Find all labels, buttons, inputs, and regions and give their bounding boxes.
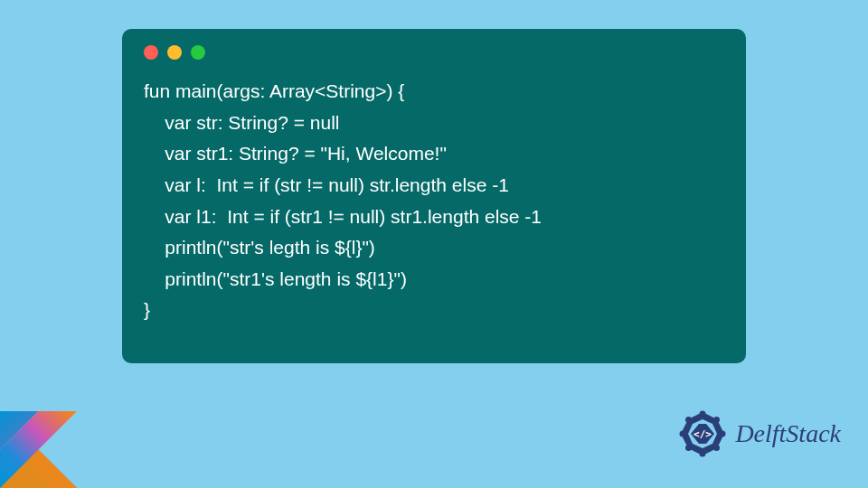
code-line: fun main(args: Array<String>) {: [144, 80, 404, 101]
code-window: fun main(args: Array<String>) { var str:…: [122, 29, 746, 363]
code-line: var str1: String? = "Hi, Welcome!": [144, 143, 447, 164]
delftstack-logo: </> DelftStack: [675, 407, 841, 461]
code-line: var str: String? = null: [144, 112, 340, 133]
code-line: }: [144, 299, 150, 320]
maximize-icon: [191, 45, 205, 60]
code-block: fun main(args: Array<String>) { var str:…: [144, 76, 724, 326]
close-icon: [144, 45, 158, 60]
minimize-icon: [167, 45, 182, 60]
code-line: var l: Int = if (str != null) str.length…: [144, 174, 509, 195]
svg-text:</>: </>: [693, 428, 712, 440]
code-line: println("str's legth is ${l}"): [144, 237, 375, 258]
delftstack-icon: </>: [675, 407, 730, 461]
brand-text: DelftStack: [735, 419, 841, 448]
code-line: println("str1's length is ${l1}"): [144, 268, 407, 289]
kotlin-logo-icon: [0, 411, 77, 488]
window-controls: [144, 45, 724, 60]
code-line: var l1: Int = if (str1 != null) str1.len…: [144, 206, 542, 227]
